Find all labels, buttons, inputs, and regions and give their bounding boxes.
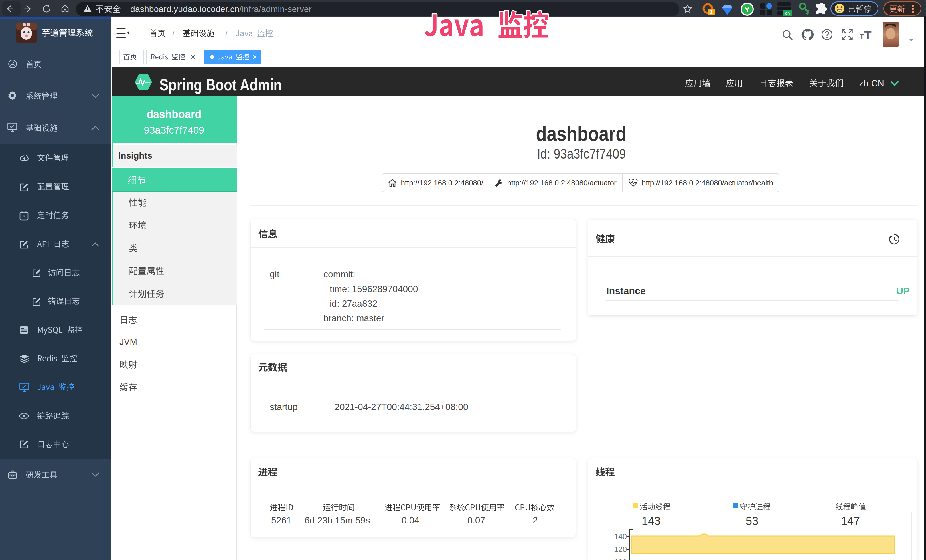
svg-text:T: T — [864, 29, 872, 41]
svg-text:on: on — [785, 11, 790, 15]
svg-text:T: T — [859, 33, 864, 41]
svg-text:1: 1 — [710, 9, 713, 15]
